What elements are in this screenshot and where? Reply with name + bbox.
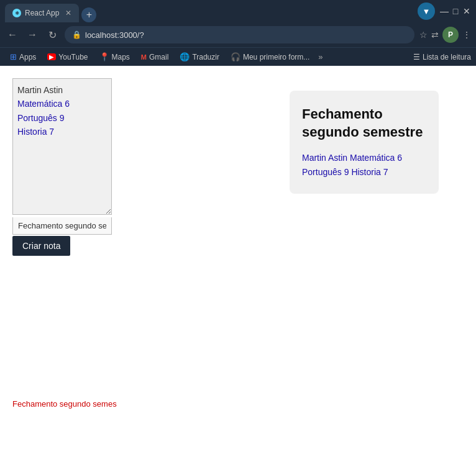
translate-icon: 🌐	[180, 52, 190, 61]
menu-icon[interactable]: ⋮	[462, 30, 471, 40]
bookmark-apps[interactable]: ⊞ Apps	[5, 51, 41, 63]
create-note-button[interactable]: Criar nota	[12, 236, 70, 256]
tab-favicon: ⚛	[12, 9, 21, 17]
browser-sync-icon[interactable]: ⇄	[431, 30, 439, 40]
address-actions: ☆ ⇄ P ⋮	[419, 27, 471, 43]
bookmark-traduzir-label: Traduzir	[192, 53, 219, 61]
bookmarks-bar: ⊞ Apps ▶ YouTube 📍 Maps M Gmail 🌐 Traduz…	[0, 47, 476, 66]
lock-icon: 🔒	[72, 30, 81, 39]
note-title-preview: Fechamento segundo semes	[12, 399, 117, 409]
bookmark-gmail-label: Gmail	[149, 53, 168, 61]
tab-close-button[interactable]: ✕	[65, 9, 71, 17]
youtube-icon: ▶	[47, 53, 56, 60]
reading-list-button[interactable]: ☰ Lista de leitura	[413, 53, 471, 61]
bookmark-traduzir[interactable]: 🌐 Traduzir	[175, 51, 224, 63]
reading-list-icon: ☰	[413, 53, 420, 61]
apps-icon: ⊞	[10, 52, 17, 61]
note-textarea[interactable]	[12, 78, 112, 215]
reading-list-label: Lista de leitura	[423, 53, 471, 61]
note-card-content: Martin Astin Matemática 6 Português 9 Hi…	[302, 151, 426, 179]
note-card-title: Fechamento segundo semestre	[302, 106, 426, 141]
gmail-icon: M	[141, 53, 147, 61]
back-button[interactable]: ←	[5, 27, 20, 42]
title-bar: ⚛ React App ✕ + ▼ — □ ✕	[0, 0, 476, 22]
bookmark-maps[interactable]: 📍 Maps	[94, 51, 135, 63]
tab-label: React App	[25, 9, 59, 17]
bookmark-youtube-label: YouTube	[58, 53, 88, 61]
url-text: localhost:3000/?	[85, 30, 407, 40]
forward-button[interactable]: →	[25, 27, 40, 42]
new-tab-button[interactable]: +	[81, 7, 96, 22]
active-tab[interactable]: ⚛ React App ✕	[5, 4, 79, 22]
note-title-input[interactable]	[12, 217, 112, 235]
bookmark-meu-primeiro-label: Meu primeiro form...	[243, 53, 309, 61]
note-title-container	[12, 217, 211, 235]
profile-avatar-title[interactable]: ▼	[418, 2, 435, 20]
bookmark-apps-label: Apps	[19, 53, 36, 61]
bookmark-star-icon[interactable]: ☆	[419, 30, 428, 40]
close-window-button[interactable]: ✕	[462, 7, 471, 16]
url-bar[interactable]: 🔒 localhost:3000/?	[65, 26, 414, 43]
refresh-button[interactable]: ↻	[45, 27, 60, 42]
maximize-button[interactable]: □	[451, 7, 460, 16]
textarea-wrapper: Martin Astin Matemática 6 Português 9 Hi…	[12, 78, 112, 217]
maps-icon: 📍	[99, 52, 109, 61]
bookmark-gmail[interactable]: M Gmail	[136, 52, 174, 63]
bookmark-youtube[interactable]: ▶ YouTube	[42, 52, 93, 63]
profile-avatar[interactable]: P	[442, 27, 459, 43]
left-panel: Martin Astin Matemática 6 Português 9 Hi…	[12, 78, 211, 256]
note-card: Fechamento segundo semestre Martin Astin…	[290, 91, 439, 194]
window-controls: — □ ✕	[440, 7, 471, 16]
more-bookmarks-button[interactable]: »	[316, 52, 325, 61]
tab-area: ⚛ React App ✕ +	[5, 0, 413, 22]
page-content: Martin Astin Matemática 6 Português 9 Hi…	[0, 66, 476, 452]
bookmark-meu-primeiro[interactable]: 🎧 Meu primeiro form...	[226, 51, 314, 63]
bookmark-maps-label: Maps	[112, 53, 130, 61]
address-bar: ← → ↻ 🔒 localhost:3000/? ☆ ⇄ P ⋮	[0, 22, 476, 47]
minimize-button[interactable]: —	[440, 7, 449, 16]
headphones-icon: 🎧	[231, 52, 240, 61]
